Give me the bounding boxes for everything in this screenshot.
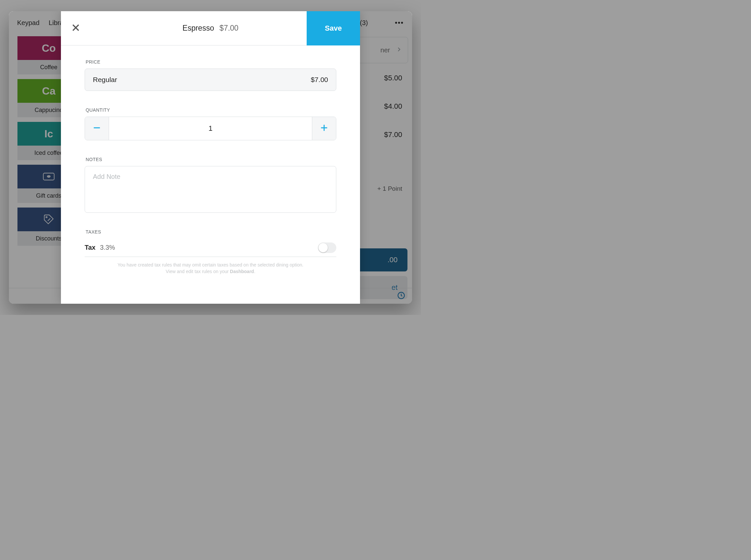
tax-percent: 3.3% <box>100 244 115 251</box>
tax-name: Tax <box>85 244 96 251</box>
plus-icon <box>320 123 329 134</box>
price-variant-label: Regular <box>93 76 117 84</box>
tax-left: Tax 3.3% <box>85 244 115 251</box>
section-label-taxes: TAXES <box>86 229 336 235</box>
tax-row: Tax 3.3% <box>85 239 336 257</box>
modal-title-name: Espresso <box>182 24 214 32</box>
notes-field-wrapper <box>85 166 336 213</box>
toggle-knob <box>319 243 328 252</box>
section-label-quantity: QUANTITY <box>86 107 336 113</box>
notes-input[interactable] <box>92 172 329 206</box>
close-button[interactable] <box>61 11 90 45</box>
tax-footer-note: You have created tax rules that may omit… <box>85 257 336 278</box>
minus-icon <box>92 123 101 134</box>
price-variant-row[interactable]: Regular $7.00 <box>85 68 336 91</box>
save-button[interactable]: Save <box>307 11 360 45</box>
quantity-stepper: 1 <box>85 117 336 140</box>
section-label-notes: NOTES <box>86 157 336 162</box>
quantity-value[interactable]: 1 <box>109 117 312 140</box>
price-variant-value: $7.00 <box>311 76 328 84</box>
close-icon <box>71 23 81 34</box>
quantity-decrement-button[interactable] <box>85 117 109 140</box>
save-button-label: Save <box>325 24 342 33</box>
device-frame: Keypad Library Current Sale (3) ••• Co C… <box>9 11 412 304</box>
modal-body: PRICE Regular $7.00 QUANTITY 1 NOTES <box>61 45 360 304</box>
modal-header: Espresso $7.00 Save <box>61 11 360 45</box>
item-edit-modal: Espresso $7.00 Save PRICE Regular $7.00 … <box>61 11 360 304</box>
quantity-increment-button[interactable] <box>312 117 336 140</box>
section-label-price: PRICE <box>86 59 336 64</box>
tax-toggle[interactable] <box>318 242 336 253</box>
modal-title-price: $7.00 <box>219 24 239 32</box>
dashboard-link[interactable]: Dashboard <box>230 269 254 274</box>
